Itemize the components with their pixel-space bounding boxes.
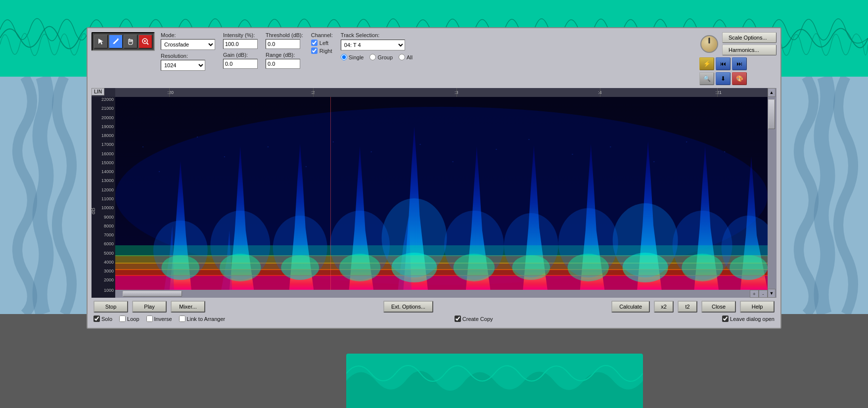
vscroll-thumb[interactable] xyxy=(768,99,775,129)
icon-row-1: ⚡ ⏮ ⏭ xyxy=(699,57,777,70)
freq-6000: 6000 xyxy=(104,241,114,246)
hand-tool-button[interactable] xyxy=(124,35,137,48)
toolbar: Mode: Crossfade Standard Quick Resolutio… xyxy=(91,32,777,85)
scrollbar-thumb[interactable] xyxy=(123,291,182,297)
resolution-label: Resolution: xyxy=(161,53,215,59)
icon-row-2: 🔍 ⬇ 🎨 xyxy=(699,72,777,85)
freq-20000: 20000 xyxy=(101,115,114,120)
channel-right-checkbox[interactable]: Right xyxy=(311,47,333,54)
icon-btn-next-end[interactable]: ⏭ xyxy=(732,57,747,70)
ext-options-button[interactable]: Ext. Options... xyxy=(383,301,433,313)
track-select[interactable]: 04: T 4 xyxy=(341,40,405,50)
svg-rect-38 xyxy=(452,161,453,162)
bg-waveform-bottom-center xyxy=(346,354,643,408)
freq-17000: 17000 xyxy=(101,142,114,147)
channel-left-checkbox[interactable]: Left xyxy=(311,40,333,46)
time-ruler: :20 :2 :3 :4 :21 xyxy=(115,88,768,97)
solo-checkbox[interactable]: Solo xyxy=(93,316,112,322)
scale-options-button[interactable]: Scale Options... xyxy=(722,32,777,43)
pencil-tool-button[interactable] xyxy=(109,35,123,48)
radio-all[interactable]: All xyxy=(399,54,412,60)
freq-4000: 4000 xyxy=(104,260,114,265)
inverse-label: Inverse xyxy=(154,316,172,322)
help-button[interactable]: Help xyxy=(740,301,775,313)
time-mark-20: :20 xyxy=(168,90,174,95)
zoom-plus-button[interactable]: + xyxy=(750,290,759,298)
freq-21000: 21000 xyxy=(101,106,114,111)
svg-point-58 xyxy=(220,254,261,281)
close-button[interactable]: Close xyxy=(701,301,736,313)
intensity-input[interactable]: 100.0 xyxy=(223,39,258,49)
icon-btn-track-up[interactable]: 🎨 xyxy=(732,72,747,85)
spectrogram-wrapper: LIN 22000 21000 20000 19000 18000 17000 … xyxy=(91,88,777,298)
freq-10000: 10000 xyxy=(101,205,114,210)
freq-12000: 12000 xyxy=(101,187,114,192)
intensity-label: Intensity (%): xyxy=(223,32,258,38)
svg-rect-31 xyxy=(197,136,198,137)
threshold-input[interactable]: 0.0 xyxy=(266,39,300,49)
main-knob[interactable] xyxy=(700,35,718,53)
svg-point-63 xyxy=(512,255,550,280)
t2-button[interactable]: t2 xyxy=(678,301,697,313)
v-scrollbar[interactable]: ▲ ▼ xyxy=(768,88,777,298)
h-scrollbar[interactable]: + - xyxy=(115,290,768,298)
lin-badge: LIN xyxy=(91,88,104,95)
loop-checkbox[interactable]: Loop xyxy=(119,316,139,322)
calculate-button[interactable]: Calculate xyxy=(611,301,650,313)
freq-3000: 3000 xyxy=(104,269,114,273)
magnify-tool-button[interactable] xyxy=(138,35,152,48)
icon-btn-track-down[interactable]: ⬇ xyxy=(716,72,731,85)
track-label: Track Selection: xyxy=(341,32,412,38)
svg-rect-43 xyxy=(653,161,654,162)
freq-18000: 18000 xyxy=(101,133,114,138)
freq-axis: LIN 22000 21000 20000 19000 18000 17000 … xyxy=(91,88,115,298)
bg-waveform-left xyxy=(0,77,87,314)
vscroll-track[interactable] xyxy=(768,97,777,289)
harmonics-button[interactable]: Harmonics... xyxy=(722,45,777,55)
radio-group[interactable]: Group xyxy=(369,54,393,60)
icon-btn-search[interactable]: 🔍 xyxy=(699,72,714,85)
create-copy-label: Create Copy xyxy=(462,316,493,322)
leave-dialog-checkbox[interactable]: Leave dialog open xyxy=(722,316,775,322)
gain-label: Gain (dB): xyxy=(223,52,258,58)
mixer-button[interactable]: Mixer... xyxy=(171,301,205,313)
resolution-select[interactable]: 1024 256 512 2048 xyxy=(161,60,205,71)
loop-label: Loop xyxy=(127,316,139,322)
range-input[interactable]: 0.0 xyxy=(266,59,300,69)
link-arranger-checkbox[interactable]: Link to Arranger xyxy=(179,316,226,322)
time-tick-2 xyxy=(313,88,314,97)
svg-rect-32 xyxy=(224,156,225,157)
svg-rect-40 xyxy=(528,139,529,140)
icon-btn-lightning[interactable]: ⚡ xyxy=(699,57,714,70)
freq-13000: 13000 xyxy=(101,178,114,183)
stop-button[interactable]: Stop xyxy=(93,301,128,313)
svg-rect-24 xyxy=(115,275,768,290)
svg-point-64 xyxy=(568,254,609,281)
inverse-checkbox[interactable]: Inverse xyxy=(146,316,172,322)
leave-dialog-label: Leave dialog open xyxy=(730,316,775,322)
freq-11000: 11000 xyxy=(101,196,114,201)
x2-button[interactable]: x2 xyxy=(654,301,674,313)
range-label: Range (dB): xyxy=(266,52,303,58)
mode-select[interactable]: Crossfade Standard Quick xyxy=(161,39,215,50)
time-tick-20 xyxy=(169,88,170,97)
zoom-minus-button[interactable]: - xyxy=(759,290,768,298)
checkboxes-row: Solo Loop Inverse Link to Arranger Creat… xyxy=(91,315,777,324)
radio-single[interactable]: Single xyxy=(341,54,364,60)
gain-input[interactable]: 0.0 xyxy=(223,59,258,69)
play-button[interactable]: Play xyxy=(132,301,167,313)
vscroll-down-button[interactable]: ▼ xyxy=(768,289,776,298)
svg-point-62 xyxy=(454,254,495,281)
icon-btn-prev-start[interactable]: ⏮ xyxy=(716,57,731,70)
create-copy-checkbox[interactable]: Create Copy xyxy=(455,316,493,322)
scroll-zoom-buttons: + - xyxy=(750,290,768,298)
arrow-tool-button[interactable] xyxy=(94,35,108,48)
spectrogram-canvas[interactable] xyxy=(115,97,768,290)
freq-2000: 2000 xyxy=(104,277,114,282)
svg-rect-36 xyxy=(371,151,372,152)
freq-labels-container: 22000 21000 20000 19000 18000 17000 1600… xyxy=(91,97,115,298)
selection-radio-group: Single Group All xyxy=(341,54,412,60)
svg-rect-37 xyxy=(420,144,421,145)
svg-point-57 xyxy=(161,255,199,280)
vscroll-up-button[interactable]: ▲ xyxy=(768,88,776,97)
